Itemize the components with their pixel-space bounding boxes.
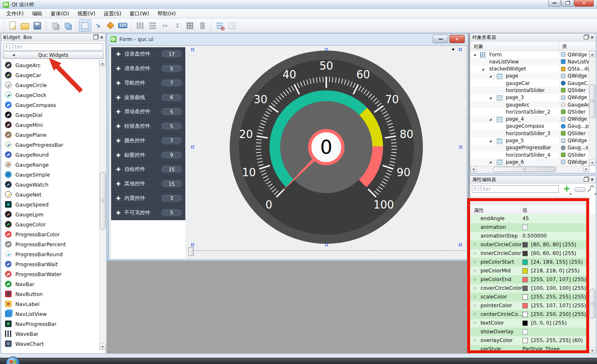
nav-item-颜色控件[interactable]: ✚颜色控件7 [111,134,185,148]
property-row-animationStep[interactable]: animationStep0.500000 [471,232,590,240]
close-panel-icon[interactable]: × [591,35,594,39]
adjust-size-icon[interactable]: ↘ [226,20,238,32]
widget-box-item-NavListView[interactable]: NavListView [1,309,99,319]
nav-item-自绘控件[interactable]: ✚自绘控件15 [111,163,185,177]
widget-box-filter-input[interactable] [3,43,103,51]
layout-horizontal-icon[interactable] [134,20,146,32]
expand-icon[interactable]: ▷ [474,243,476,246]
scroll-right-icon[interactable]: ▶ [583,166,590,172]
widget-category-header[interactable]: ◢ Quc Widgets [3,51,104,59]
property-row-pieColorEnd[interactable]: ▷pieColorEnd[255, 107, 107] (255) [471,275,590,284]
property-row-outerCircleColor[interactable]: ▷outerCircleColor[80, 80, 80] (255) [471,240,590,249]
widget-box-item-ProgressBarPercent[interactable]: ProgressBarPercent [1,239,99,249]
break-layout-icon[interactable] [214,20,226,32]
widget-box-item-ProgressBarWait[interactable]: ProgressBarWait [1,259,99,269]
property-row-innerCircleColor[interactable]: ▷innerCircleColor[60, 60, 60] (255) [471,249,590,258]
widget-box-item-GaugeColor[interactable]: GaugeColor [1,219,99,229]
selection-handle[interactable] [191,146,194,148]
widget-box-item-GaugePlane[interactable]: GaugePlane [1,130,99,140]
widget-box-item-GaugeClock[interactable]: GaugeClock [1,90,99,100]
expand-icon[interactable]: ▷ [474,303,476,307]
widget-box-item-GaugeDial[interactable]: GaugeDial [1,110,99,120]
expand-icon[interactable]: ▷ [474,277,476,281]
widget-box-item-GaugeWatch[interactable]: GaugeWatch [1,180,99,189]
menu-item-编辑[interactable]: 编辑 [28,10,46,18]
selection-handle[interactable] [459,146,462,148]
object-tree-row-page_5[interactable]: ◢page_5QWidge [470,137,590,144]
edit-buddies-icon[interactable] [104,20,116,32]
scroll-up-icon[interactable]: ▲ [586,208,588,211]
float-panel-icon[interactable] [584,177,588,182]
object-inspector-column-header[interactable]: 对象 类 [470,41,596,51]
widget-box-item-GaugeSimple[interactable]: GaugeSimple [1,170,99,180]
property-row-pieColorMid[interactable]: ▷pieColorMid[218, 218, 0] (255) [471,267,590,275]
selection-handle[interactable] [459,243,462,246]
scroll-down-icon[interactable]: ▼ [589,160,595,166]
property-editor-header[interactable]: 属性编辑器 × [470,176,596,184]
object-inspector-vscrollbar[interactable]: ▲ ▼ [589,51,595,166]
scrollbar-thumb[interactable] [590,289,595,319]
layout-grid-icon[interactable] [184,20,196,32]
object-tree-row-page_4[interactable]: ◢page_4QWidge [470,116,590,123]
property-row-scaleColor[interactable]: ▷scaleColor[255, 255, 255] (255) [471,293,590,301]
menu-item-文件(F)[interactable]: 文件(F) [2,10,28,18]
widget-box-item-GaugeCircle[interactable]: GaugeCircle [1,80,99,90]
close-panel-icon[interactable]: × [100,35,103,39]
object-tree-row-horizontalSlider_4[interactable]: horizontalSlider_4QSlider [470,151,590,158]
layout-vertical-icon[interactable] [147,20,158,32]
layout-split-horizontal-icon[interactable]: ↔ [159,20,171,32]
object-tree-row-gaugeProgressBar[interactable]: gaugeProgressBarGaug...s [470,144,590,151]
widget-box-item-GaugeArc[interactable]: GaugeArc [1,60,99,70]
nav-item-波形曲线[interactable]: ✚波形曲线6 [111,90,185,105]
selection-handle[interactable] [325,48,328,51]
scroll-down-icon[interactable]: ▼ [589,347,595,354]
widget-box-scrollbar[interactable]: ▲ ▼ [99,60,106,350]
nav-item-导航控件[interactable]: ✚导航控件7 [111,76,185,91]
nav-item-仪表盘控件[interactable]: ✚仪表盘控件17 [111,47,185,62]
widget-box-item-GaugeRound[interactable]: GaugeRound [1,150,99,160]
property-checkbox[interactable] [522,329,528,335]
object-tree-row-stackedWidget[interactable]: ◢stackedWidgetQSta...dg [470,66,590,73]
restore-button[interactable] [561,0,574,7]
expand-icon[interactable]: ▷ [474,338,476,342]
menu-item-窗体(O)[interactable]: 窗体(O) [46,10,73,18]
object-tree-row-horizontalSlider_2[interactable]: horizontalSlider_2QSlider [470,108,590,115]
taskbar[interactable] [0,358,597,364]
close-panel-icon[interactable]: × [591,177,594,182]
nav-item-其他控件[interactable]: ✚其他控件15 [111,177,185,192]
expand-icon[interactable]: ▷ [474,295,476,298]
widget-box-item-NavProgressBar[interactable]: NavProgressBar [1,319,99,329]
scroll-up-icon[interactable]: ▲ [589,51,595,57]
expand-icon[interactable]: ▷ [474,286,476,290]
object-tree-row-page_3[interactable]: ◢page_3QWidge [470,94,590,101]
nav-list-view[interactable]: ✚仪表盘控件17✚进度条控件5✚导航控件7✚波形曲线6✚滑动条控件5✚柱状条控件… [111,47,185,220]
widget-box-item-GaugeProgressBar[interactable]: GaugeProgressBar [1,140,99,150]
layout-split-vertical-icon[interactable]: ↕ [172,20,183,32]
widget-box-item-NavLabel[interactable]: NavLabel [1,299,99,309]
tree-expand-icon[interactable]: ◢ [489,75,491,78]
nav-item-不可见控件[interactable]: ✚不可见控件5 [111,206,185,220]
property-row-coverCircleColor[interactable]: ▷coverCircleColor[100, 100, 100] (255) [471,284,590,293]
object-inspector-header[interactable]: 对象查看器 × [470,34,596,41]
object-tree-row-navListView[interactable]: navListViewNavListV [470,58,590,65]
object-inspector-hscrollbar[interactable]: ◀ ▶ [470,166,590,172]
tree-expand-icon[interactable]: ◢ [473,53,476,56]
tree-expand-icon[interactable]: ◢ [489,139,491,143]
form-canvas[interactable]: ✚仪表盘控件17✚进度条控件5✚导航控件7✚波形曲线6✚滑动条控件5✚柱状条控件… [109,45,467,260]
property-editor-vscrollbar[interactable]: ▼ [589,214,595,354]
expand-icon[interactable]: ▷ [474,251,476,255]
widget-box-item-ProgressBarRound[interactable]: ProgressBarRound [1,249,99,259]
save-file-icon[interactable] [32,20,43,32]
expand-icon[interactable]: ▷ [474,312,476,316]
new-file-icon[interactable] [7,20,18,32]
open-file-icon[interactable] [19,20,31,32]
widget-box-item-ProgressBarWater[interactable]: ProgressBarWater [1,269,99,279]
object-tree-row-page[interactable]: ◢pageQWidge [470,73,590,80]
object-tree-row-Form[interactable]: ◢FormQWidge [470,51,590,58]
form-minimize-button[interactable] [433,35,448,43]
title-bar[interactable]: Qt Qt 设计师 ✕ [0,0,597,10]
form-title-bar[interactable]: Qt Form - quc.ui [107,34,468,45]
close-button[interactable]: ✕ [574,0,594,7]
gauge-arc-widget[interactable]: 01020304050607080901000 [230,51,423,244]
property-row-animation[interactable]: animation [471,223,590,232]
